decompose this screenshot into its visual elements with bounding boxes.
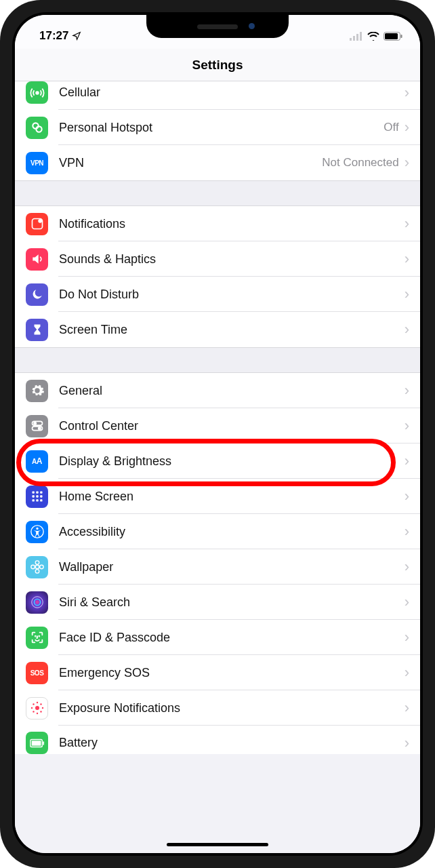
svg-point-30: [30, 565, 35, 569]
settings-item-controlcenter[interactable]: Control Center ›: [15, 408, 420, 443]
chevron-right-icon: ›: [405, 322, 409, 337]
svg-point-34: [35, 600, 39, 604]
settings-item-general[interactable]: General ›: [15, 373, 420, 408]
settings-item-screentime[interactable]: Screen Time ›: [15, 312, 420, 347]
svg-rect-1: [353, 36, 355, 41]
wallpaper-icon: [26, 556, 48, 578]
settings-item-label: VPN: [59, 156, 322, 170]
gear-icon: [26, 380, 48, 402]
svg-rect-20: [36, 495, 38, 497]
svg-point-42: [33, 703, 34, 705]
svg-point-36: [39, 636, 39, 637]
settings-item-vpn[interactable]: VPN VPN Not Connected ›: [15, 145, 420, 180]
sounds-icon: [26, 248, 48, 271]
svg-rect-6: [401, 35, 402, 38]
svg-point-35: [35, 636, 35, 637]
svg-point-39: [36, 713, 37, 714]
settings-item-label: Accessibility: [59, 525, 405, 539]
svg-point-26: [36, 528, 38, 530]
svg-point-40: [30, 707, 32, 709]
settings-item-label: Do Not Disturb: [59, 288, 405, 302]
svg-rect-19: [32, 495, 34, 497]
svg-point-43: [40, 703, 41, 705]
page-title: Settings: [192, 58, 243, 73]
location-icon: [72, 31, 81, 41]
battery-icon: [384, 32, 402, 41]
settings-item-label: Face ID & Passcode: [59, 631, 405, 645]
chevron-right-icon: ›: [405, 524, 409, 539]
settings-item-label: Control Center: [59, 419, 405, 433]
hotspot-icon: [26, 117, 48, 139]
svg-rect-18: [40, 492, 42, 494]
settings-item-siri[interactable]: Siri & Search ›: [15, 585, 420, 620]
svg-point-44: [33, 711, 34, 712]
cellular-icon: [26, 81, 48, 104]
chevron-right-icon: ›: [405, 630, 409, 645]
settings-item-label: Notifications: [59, 217, 405, 231]
svg-point-37: [35, 706, 39, 710]
svg-point-7: [36, 92, 39, 94]
svg-point-31: [39, 565, 43, 569]
settings-item-label: Personal Hotspot: [59, 121, 384, 135]
status-time: 17:27: [39, 29, 68, 43]
settings-item-dnd[interactable]: Do Not Disturb ›: [15, 277, 420, 312]
control-center-icon: [26, 415, 48, 437]
cellular-signal-icon: [350, 32, 363, 41]
settings-item-faceid[interactable]: Face ID & Passcode ›: [15, 620, 420, 655]
settings-item-cellular[interactable]: Cellular ›: [15, 81, 420, 110]
chevron-right-icon: ›: [405, 701, 409, 715]
settings-item-display[interactable]: AA Display & Brightness ›: [15, 443, 420, 479]
settings-item-battery[interactable]: Battery ›: [15, 726, 420, 754]
settings-item-label: Battery: [59, 736, 405, 750]
chevron-right-icon: ›: [405, 85, 409, 100]
exposure-icon: [26, 697, 48, 719]
notifications-icon: [26, 213, 48, 235]
svg-rect-2: [356, 34, 358, 41]
navigation-header: Settings: [15, 49, 420, 81]
moon-icon: [26, 283, 48, 306]
chevron-right-icon: ›: [405, 489, 409, 504]
settings-item-label: Screen Time: [59, 323, 405, 337]
chevron-right-icon: ›: [405, 383, 409, 398]
settings-item-accessibility[interactable]: Accessibility ›: [15, 514, 420, 549]
svg-point-11: [38, 219, 42, 223]
chevron-right-icon: ›: [405, 454, 409, 469]
chevron-right-icon: ›: [405, 736, 409, 751]
svg-rect-5: [385, 33, 398, 39]
svg-rect-17: [36, 492, 38, 494]
chevron-right-icon: ›: [405, 155, 409, 170]
settings-item-label: Wallpaper: [59, 560, 405, 574]
chevron-right-icon: ›: [405, 216, 409, 231]
chevron-right-icon: ›: [405, 665, 409, 680]
settings-item-hotspot[interactable]: Personal Hotspot Off ›: [15, 110, 420, 145]
settings-item-homescreen[interactable]: Home Screen ›: [15, 479, 420, 514]
settings-item-value: Off: [384, 121, 398, 134]
svg-point-28: [35, 561, 39, 565]
chevron-right-icon: ›: [405, 559, 409, 574]
settings-item-label: Home Screen: [59, 490, 405, 504]
svg-point-13: [34, 422, 36, 425]
svg-rect-3: [360, 32, 362, 41]
home-indicator[interactable]: [167, 843, 268, 846]
svg-point-38: [36, 702, 37, 703]
settings-item-exposure[interactable]: Exposure Notifications ›: [15, 690, 420, 726]
settings-item-sos[interactable]: SOS Emergency SOS ›: [15, 655, 420, 690]
svg-rect-24: [40, 499, 42, 501]
sos-icon: SOS: [26, 662, 48, 684]
svg-rect-23: [36, 499, 38, 501]
svg-point-8: [33, 123, 38, 128]
svg-point-41: [41, 707, 43, 709]
settings-item-sounds[interactable]: Sounds & Haptics ›: [15, 241, 420, 277]
wifi-icon: [367, 32, 379, 41]
settings-item-wallpaper[interactable]: Wallpaper ›: [15, 549, 420, 585]
settings-item-notifications[interactable]: Notifications ›: [15, 206, 420, 241]
settings-list[interactable]: Cellular › Personal Hotspot Off ›: [15, 81, 420, 853]
svg-point-45: [40, 711, 41, 712]
svg-rect-22: [32, 499, 34, 501]
settings-item-label: Siri & Search: [59, 595, 405, 610]
display-icon: AA: [26, 450, 48, 473]
svg-point-9: [36, 126, 41, 132]
accessibility-icon: [26, 521, 48, 543]
chevron-right-icon: ›: [405, 252, 409, 267]
chevron-right-icon: ›: [405, 418, 409, 433]
